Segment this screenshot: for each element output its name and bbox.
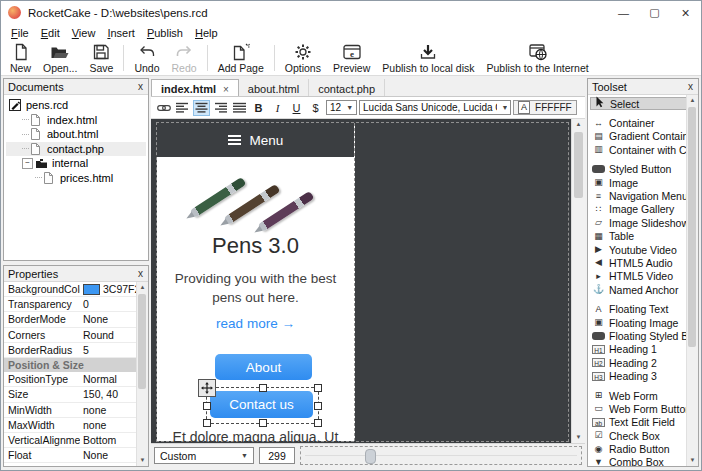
zoom-slider-thumb[interactable] (365, 449, 376, 464)
tree-item-contact-php[interactable]: contact.php (6, 142, 146, 157)
toolset-item-image[interactable]: ▣Image (590, 176, 687, 189)
read-more-link[interactable]: read more → (157, 316, 354, 331)
align-left-icon[interactable] (174, 100, 191, 116)
selection-outline[interactable] (206, 387, 319, 424)
menu-file[interactable]: File (5, 26, 35, 40)
property-row-corners[interactable]: CornersRound (4, 328, 137, 343)
scroll-up-icon[interactable]: ▲ (572, 119, 585, 130)
zoom-slider[interactable] (300, 446, 582, 465)
tree-item-internal[interactable]: −internal (6, 156, 146, 171)
scrollbar-thumb[interactable] (688, 107, 696, 347)
property-row-backgroundcolor[interactable]: BackgroundColor3C97F2 (4, 282, 137, 297)
menu-edit[interactable]: Edit (35, 26, 66, 40)
tab-contact-php[interactable]: contact.php (309, 79, 385, 96)
redo-button[interactable]: Redo (166, 41, 203, 75)
currency-style-button[interactable]: $ (307, 100, 324, 116)
toolset-item-image-gallery[interactable]: ∷Image Gallery (590, 203, 687, 216)
tab-index-html[interactable]: index.html× (151, 79, 239, 96)
property-row-transparency[interactable]: Transparency0 (4, 297, 137, 312)
selection-handle[interactable] (259, 419, 267, 427)
about-button[interactable]: About (215, 354, 312, 380)
pens-image[interactable] (157, 167, 354, 237)
font-family-select[interactable]: Lucida Sans Unicode, Lucida Grande, ▼ (359, 100, 511, 115)
tree-item-index-html[interactable]: index.html (6, 113, 146, 128)
toolset-item-select[interactable]: Select (590, 97, 687, 110)
menu-help[interactable]: Help (189, 26, 224, 40)
undo-button[interactable]: Undo (128, 41, 165, 75)
open-button[interactable]: Open... (37, 41, 83, 75)
toolset-item-container[interactable]: ↔Container (590, 116, 687, 129)
scroll-down-icon[interactable]: ▼ (137, 455, 148, 466)
save-button[interactable]: Save (83, 41, 119, 75)
toolset-item-floating-styled-button[interactable]: Floating Styled Button (590, 329, 687, 342)
property-row-float[interactable]: FloatNone (4, 448, 137, 463)
text-color-control[interactable]: A FFFFFF (513, 100, 577, 115)
close-button[interactable]: × (670, 1, 701, 24)
tree-item-about-html[interactable]: about.html (6, 127, 146, 142)
toolset-item-container-with-columns[interactable]: ▥Container with Columns (590, 143, 687, 156)
site-footer-text[interactable]: Et dolore magna aliqua. Ut (157, 429, 354, 443)
selection-handle[interactable] (314, 419, 322, 427)
selection-handle[interactable] (203, 402, 211, 410)
site-menu-header[interactable]: Menu (157, 123, 354, 157)
page-content-column[interactable]: Menu Pens 3.0 Providing you with the bes… (157, 123, 355, 441)
selection-handle[interactable] (259, 384, 267, 392)
toolset-item-named-anchor[interactable]: ⚓Named Anchor (590, 283, 687, 296)
property-row-positiontype[interactable]: PositionTypeNormal (4, 372, 137, 387)
toolset-item-youtube-video[interactable]: ▶Youtube Video (590, 243, 687, 256)
toolset-close-icon[interactable]: x (688, 82, 693, 92)
font-size-select[interactable]: 12 ▼ (326, 100, 357, 115)
menu-publish[interactable]: Publish (141, 26, 189, 40)
scrollbar-thumb[interactable] (574, 132, 583, 198)
maximize-button[interactable]: ▢ (639, 1, 670, 24)
toolset-item-heading-2[interactable]: H2Heading 2 (590, 356, 687, 369)
properties-close-icon[interactable]: x (138, 269, 143, 279)
menu-view[interactable]: View (66, 26, 102, 40)
selection-handle[interactable] (203, 419, 211, 427)
zoom-value-input[interactable]: 299 (259, 447, 295, 464)
underline-button[interactable]: U (288, 100, 305, 116)
color-swatch[interactable] (83, 284, 100, 295)
toolset-item-table[interactable]: ▦Table (590, 230, 687, 243)
toolset-item-heading-1[interactable]: H1Heading 1 (590, 343, 687, 356)
canvas-scrollbar[interactable]: ▲ ▼ (571, 119, 585, 443)
italic-button[interactable]: I (269, 100, 286, 116)
toolset-item-radio-button[interactable]: ◉Radio Button (590, 442, 687, 455)
property-row-borderradius[interactable]: BorderRadius5 (4, 343, 137, 358)
hyperlink-icon[interactable] (155, 100, 172, 116)
toolset-item-html5-video[interactable]: ▸HTML5 Video (590, 270, 687, 283)
scroll-up-icon[interactable]: ▲ (687, 95, 698, 106)
new-button[interactable]: New (4, 41, 37, 75)
tab-close-icon[interactable]: × (223, 84, 229, 95)
toolset-item-combo-box[interactable]: ▼Combo Box (590, 456, 687, 466)
add-page-button[interactable]: Add Page (212, 41, 270, 75)
publish-to-the-internet-button[interactable]: Publish to the Internet (481, 41, 595, 75)
selection-handle[interactable] (314, 384, 322, 392)
documents-close-icon[interactable]: x (138, 82, 143, 92)
scrollbar-thumb[interactable] (138, 294, 146, 389)
tree-item-pens-rcd[interactable]: pens.rcd (6, 98, 146, 113)
collapse-expander-icon[interactable]: − (22, 158, 33, 169)
properties-scrollbar[interactable]: ▲ ▼ (136, 282, 148, 466)
property-row-bordermode[interactable]: BorderModeNone (4, 312, 137, 327)
toolset-item-web-form[interactable]: ⊞Web Form (590, 389, 687, 402)
scroll-down-icon[interactable]: ▼ (572, 432, 585, 443)
preview-button[interactable]: ePreview (327, 41, 376, 75)
options-button[interactable]: Options (279, 41, 327, 75)
property-row-maxwidth[interactable]: MaxWidthnone (4, 418, 137, 433)
align-right-icon[interactable] (212, 100, 229, 116)
scroll-up-icon[interactable]: ▲ (137, 282, 148, 293)
site-title[interactable]: Pens 3.0 (157, 233, 354, 259)
toolset-item-heading-3[interactable]: H3Heading 3 (590, 369, 687, 382)
toolset-item-navigation-menu[interactable]: ≡Navigation Menu (590, 189, 687, 202)
design-canvas[interactable]: Menu Pens 3.0 Providing you with the bes… (151, 119, 585, 443)
scroll-down-icon[interactable]: ▼ (687, 455, 698, 466)
toolset-item-styled-button[interactable]: Styled Button (590, 163, 687, 176)
toolset-scrollbar[interactable]: ▲ ▼ (686, 95, 698, 466)
toolset-item-html5-audio[interactable]: ◀HTML5 Audio (590, 256, 687, 269)
menu-insert[interactable]: Insert (101, 26, 141, 40)
toolset-item-text-edit-field[interactable]: abText Edit Field (590, 416, 687, 429)
toolset-item-floating-image[interactable]: ▣Floating Image (590, 316, 687, 329)
align-justify-icon[interactable] (231, 100, 248, 116)
toolset-item-image-slideshow[interactable]: ▱Image Slideshow (590, 216, 687, 229)
